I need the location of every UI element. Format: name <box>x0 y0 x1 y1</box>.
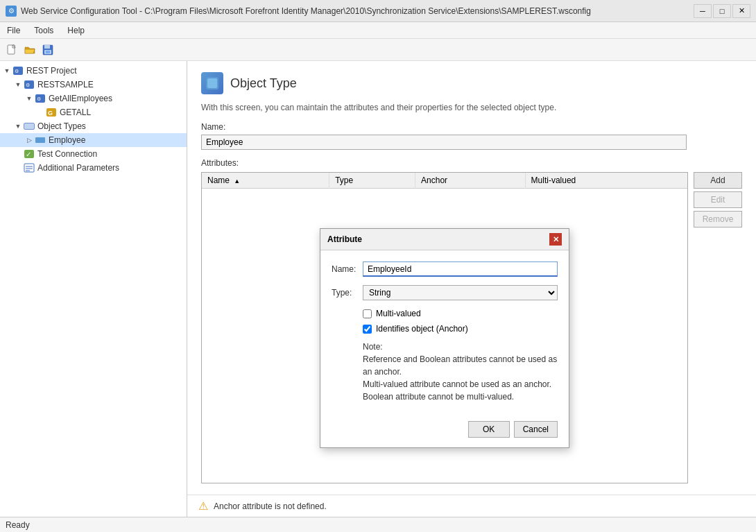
object-types-label: Object Types <box>37 121 86 131</box>
add-button[interactable]: Add <box>694 172 742 189</box>
panel-icon <box>201 72 223 94</box>
sidebar-item-additional-params[interactable]: Additional Parameters <box>0 161 187 175</box>
modal-title: Attribute <box>327 234 362 244</box>
panel-description: With this screen, you can maintain the a… <box>201 103 742 112</box>
attributes-table: Name ▲ Type Anchor Multi-v <box>202 173 687 189</box>
col-name[interactable]: Name ▲ <box>202 173 329 189</box>
sidebar: ▼ ⚙ REST Project ▼ ⚙ RESTSAMPLE ▼ <box>0 61 187 517</box>
window-controls: ─ □ ✕ <box>694 4 750 18</box>
sidebar-item-restsample[interactable]: ▼ ⚙ RESTSAMPLE <box>0 78 187 92</box>
minimize-button[interactable]: ─ <box>694 4 712 18</box>
rest-project-label: REST Project <box>26 66 76 76</box>
anchor-checkbox[interactable] <box>363 325 372 334</box>
new-button[interactable] <box>4 42 19 58</box>
cancel-button[interactable]: Cancel <box>514 421 558 438</box>
additional-params-icon <box>24 162 35 173</box>
restsample-label: RESTSAMPLE <box>37 80 94 89</box>
modal-type-label: Type: <box>332 288 363 298</box>
note-label: Note: <box>363 342 383 352</box>
buttons-panel: Add Edit Remove <box>694 172 742 483</box>
panel-title: Object Type <box>230 76 297 91</box>
svg-text:⚙: ⚙ <box>26 83 30 87</box>
open-button[interactable] <box>22 42 37 58</box>
svg-text:✓: ✓ <box>26 151 31 158</box>
menu-bar: File Tools Help <box>0 22 756 39</box>
warning-icon: ⚠ <box>198 499 208 513</box>
content-inner: Object Type With this screen, you can ma… <box>187 61 756 495</box>
additional-params-label: Additional Parameters <box>37 163 119 173</box>
expand-icon: ▼ <box>3 67 11 75</box>
col-anchor[interactable]: Anchor <box>415 173 526 189</box>
modal-type-row: Type: String Integer Boolean Reference D… <box>332 285 558 300</box>
modal-name-label: Name: <box>332 264 363 274</box>
edit-button[interactable]: Edit <box>694 191 742 208</box>
svg-text:⚙: ⚙ <box>15 69 19 74</box>
table-header-row: Name ▲ Type Anchor Multi-v <box>202 173 687 189</box>
test-connection-label: Test Connection <box>37 149 97 159</box>
title-bar: ⚙ Web Service Configuration Tool - C:\Pr… <box>0 0 756 22</box>
note-text: Reference and Boolean attributes cannot … <box>363 354 557 402</box>
sidebar-item-test-connection[interactable]: ✓ Test Connection <box>0 147 187 161</box>
sort-arrow-name: ▲ <box>234 178 240 185</box>
getallemployees-label: GetAllEmployees <box>49 94 112 103</box>
col-type[interactable]: Type <box>329 173 415 189</box>
modal-anchor-row: Identifies object (Anchor) <box>363 324 558 334</box>
col-multivalued[interactable]: Multi-valued <box>525 173 687 189</box>
status-text: Ready <box>6 520 30 530</box>
modal-overlay: Attribute ✕ Name: Type: <box>202 173 687 483</box>
menu-tools[interactable]: Tools <box>27 24 60 37</box>
svg-rect-14 <box>24 123 34 129</box>
modal-name-row: Name: <box>332 261 558 277</box>
panel-header: Object Type <box>201 72 742 94</box>
svg-rect-15 <box>35 137 45 143</box>
multivalued-label: Multi-valued <box>376 309 421 318</box>
expand-icon-object-types: ▼ <box>14 122 22 130</box>
close-button[interactable]: ✕ <box>732 4 750 18</box>
toolbar <box>0 39 756 61</box>
multivalued-checkbox[interactable] <box>363 309 372 318</box>
svg-rect-23 <box>207 78 217 88</box>
svg-rect-2 <box>44 45 50 49</box>
title-bar-left: ⚙ Web Service Configuration Tool - C:\Pr… <box>6 6 591 17</box>
rest-project-icon: ⚙ <box>12 65 24 76</box>
sidebar-item-rest-project[interactable]: ▼ ⚙ REST Project <box>0 64 187 78</box>
svg-text:⚙: ⚙ <box>37 96 41 101</box>
modal-name-input[interactable] <box>363 261 558 277</box>
menu-file[interactable]: File <box>0 24 27 37</box>
sidebar-item-getall[interactable]: G GETALL <box>0 105 187 119</box>
warning-bar: ⚠ Anchor attribute is not defined. <box>187 495 756 517</box>
maximize-button[interactable]: □ <box>713 4 731 18</box>
attributes-label: Attributes: <box>201 158 742 168</box>
modal-footer: OK Cancel <box>320 414 569 447</box>
expand-icon-restsample: ▼ <box>14 80 22 89</box>
attributes-table-container: Name ▲ Type Anchor Multi-v <box>201 172 688 483</box>
restsample-icon: ⚙ <box>24 79 35 90</box>
name-field-label: Name: <box>201 122 742 132</box>
window-title: Web Service Configuration Tool - C:\Prog… <box>21 6 591 16</box>
sidebar-item-getallemployees[interactable]: ▼ ⚙ GetAllEmployees <box>0 92 187 105</box>
test-connection-icon: ✓ <box>24 148 35 160</box>
modal-type-select[interactable]: String Integer Boolean Reference DateTim… <box>363 285 558 300</box>
modal-titlebar: Attribute ✕ <box>320 229 569 250</box>
attribute-dialog: Attribute ✕ Name: Type: <box>320 228 569 448</box>
save-button[interactable] <box>40 42 55 58</box>
getall-icon: G <box>46 107 57 118</box>
status-bar: Ready <box>0 517 756 532</box>
employee-label: Employee <box>49 135 85 145</box>
employee-icon <box>35 135 46 146</box>
remove-button[interactable]: Remove <box>694 211 742 228</box>
sidebar-item-employee[interactable]: ▷ Employee <box>0 133 187 147</box>
warning-text: Anchor attribute is not defined. <box>214 501 327 511</box>
modal-close-button[interactable]: ✕ <box>549 233 562 246</box>
attributes-area: Name ▲ Type Anchor Multi-v <box>201 172 742 483</box>
svg-text:G: G <box>48 110 53 117</box>
menu-help[interactable]: Help <box>60 24 92 37</box>
svg-rect-4 <box>46 51 50 53</box>
modal-body: Name: Type: String Integer Boolean <box>320 250 569 414</box>
expand-icon-employee: ▷ <box>25 136 33 144</box>
getall-label: GETALL <box>60 108 91 117</box>
ok-button[interactable]: OK <box>468 421 510 438</box>
name-input[interactable] <box>201 135 687 150</box>
sidebar-item-object-types[interactable]: ▼ Object Types <box>0 119 187 133</box>
content-panel: Object Type With this screen, you can ma… <box>187 61 756 517</box>
